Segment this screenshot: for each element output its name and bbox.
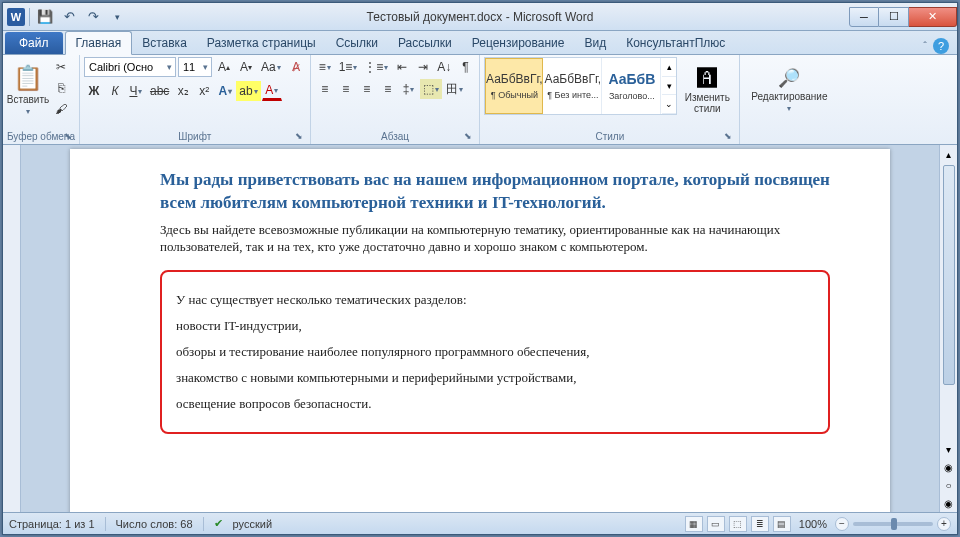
style-heading1[interactable]: АаБбВ Заголово... bbox=[603, 58, 661, 114]
strike-icon[interactable]: abc bbox=[147, 81, 172, 101]
document-scroll: Мы рады приветствовать вас на нашем инфо… bbox=[21, 145, 939, 512]
change-case-icon[interactable]: Aa▾ bbox=[258, 57, 284, 77]
minimize-ribbon-icon[interactable]: ˆ bbox=[923, 40, 927, 52]
copy-icon[interactable]: ⎘ bbox=[51, 78, 71, 98]
font-name-combo[interactable]: Calibri (Осно bbox=[84, 57, 176, 77]
zoom-slider[interactable] bbox=[853, 522, 933, 526]
change-styles-button[interactable]: 🅰 Изменить стили bbox=[679, 57, 735, 123]
window-controls: ─ ☐ ✕ bbox=[849, 7, 957, 27]
line-spacing-icon[interactable]: ‡▾ bbox=[399, 79, 419, 99]
show-marks-icon[interactable]: ¶ bbox=[455, 57, 475, 77]
italic-icon[interactable]: К bbox=[105, 81, 125, 101]
align-right-icon[interactable]: ≡ bbox=[357, 79, 377, 99]
box-line[interactable]: новости IT-индустрии, bbox=[176, 318, 814, 334]
web-layout-icon[interactable]: ⬚ bbox=[729, 516, 747, 532]
draft-icon[interactable]: ▤ bbox=[773, 516, 791, 532]
editing-button[interactable]: 🔎 Редактирование ▾ bbox=[744, 57, 834, 123]
underline-icon[interactable]: Ч▾ bbox=[126, 81, 146, 101]
format-painter-icon[interactable]: 🖌 bbox=[51, 99, 71, 119]
undo-icon[interactable]: ↶ bbox=[58, 6, 80, 28]
styles-launcher-icon[interactable]: ⬊ bbox=[722, 131, 734, 143]
status-page[interactable]: Страница: 1 из 1 bbox=[9, 518, 95, 530]
vertical-ruler[interactable] bbox=[3, 145, 21, 512]
justify-icon[interactable]: ≡ bbox=[378, 79, 398, 99]
subscript-icon[interactable]: x₂ bbox=[173, 81, 193, 101]
box-line[interactable]: обзоры и тестирование наиболее популярно… bbox=[176, 344, 814, 360]
tab-consultant[interactable]: КонсультантПлюс bbox=[616, 32, 735, 54]
tab-review[interactable]: Рецензирование bbox=[462, 32, 575, 54]
para-launcher-icon[interactable]: ⬊ bbox=[462, 131, 474, 143]
file-tab[interactable]: Файл bbox=[5, 32, 63, 54]
box-line[interactable]: У нас существует несколько тематических … bbox=[176, 292, 814, 308]
word-icon[interactable]: W bbox=[7, 8, 25, 26]
tab-mailings[interactable]: Рассылки bbox=[388, 32, 462, 54]
page[interactable]: Мы рады приветствовать вас на нашем инфо… bbox=[70, 149, 890, 512]
styles-more-icon[interactable]: ⌄ bbox=[662, 95, 676, 114]
box-line[interactable]: знакомство с новыми компьютерными и пери… bbox=[176, 370, 814, 386]
doc-paragraph[interactable]: Здесь вы найдете всевозможные публикации… bbox=[160, 221, 830, 256]
scroll-down-icon[interactable]: ▾ bbox=[940, 440, 957, 458]
help-icon[interactable]: ? bbox=[933, 38, 949, 54]
zoom-level[interactable]: 100% bbox=[799, 518, 827, 530]
font-size-combo[interactable]: 11 bbox=[178, 57, 212, 77]
shading-icon[interactable]: ⬚▾ bbox=[420, 79, 442, 99]
status-lang[interactable]: русский bbox=[233, 518, 272, 530]
style-normal[interactable]: АаБбВвГг, ¶ Обычный bbox=[485, 58, 543, 114]
prev-page-icon[interactable]: ◉ bbox=[940, 458, 957, 476]
bold-icon[interactable]: Ж bbox=[84, 81, 104, 101]
highlighted-box[interactable]: У нас существует несколько тематических … bbox=[160, 270, 830, 434]
clipboard-launcher-icon[interactable]: ⬊ bbox=[62, 131, 74, 143]
grow-font-icon[interactable]: A▴ bbox=[214, 57, 234, 77]
print-layout-icon[interactable]: ▦ bbox=[685, 516, 703, 532]
tab-page-layout[interactable]: Разметка страницы bbox=[197, 32, 326, 54]
tab-references[interactable]: Ссылки bbox=[326, 32, 388, 54]
styles-up-icon[interactable]: ▴ bbox=[662, 58, 676, 77]
status-words[interactable]: Число слов: 68 bbox=[116, 518, 193, 530]
titlebar: W 💾 ↶ ↷ ▾ Тестовый документ.docx - Micro… bbox=[3, 3, 957, 31]
scroll-up-icon[interactable]: ▴ bbox=[940, 145, 957, 163]
scroll-thumb[interactable] bbox=[943, 165, 955, 385]
align-center-icon[interactable]: ≡ bbox=[336, 79, 356, 99]
paste-button[interactable]: 📋 Вставить ▾ bbox=[7, 57, 49, 123]
tab-home[interactable]: Главная bbox=[65, 31, 133, 55]
next-page-icon[interactable]: ◉ bbox=[940, 494, 957, 512]
zoom-in-icon[interactable]: + bbox=[937, 517, 951, 531]
clear-format-icon[interactable]: A̷ bbox=[286, 57, 306, 77]
tab-insert[interactable]: Вставка bbox=[132, 32, 197, 54]
numbering-icon[interactable]: 1≡▾ bbox=[336, 57, 361, 77]
zoom-out-icon[interactable]: − bbox=[835, 517, 849, 531]
increase-indent-icon[interactable]: ⇥ bbox=[413, 57, 433, 77]
align-left-icon[interactable]: ≡ bbox=[315, 79, 335, 99]
decrease-indent-icon[interactable]: ⇤ bbox=[392, 57, 412, 77]
redo-icon[interactable]: ↷ bbox=[82, 6, 104, 28]
styles-scroll: ▴ ▾ ⌄ bbox=[662, 58, 676, 114]
proofing-icon[interactable]: ✔ bbox=[214, 517, 223, 530]
zoom-thumb[interactable] bbox=[891, 518, 897, 530]
borders-icon[interactable]: 田▾ bbox=[443, 79, 466, 99]
font-launcher-icon[interactable]: ⬊ bbox=[293, 131, 305, 143]
group-styles-label: Стили⬊ bbox=[484, 130, 735, 144]
sort-icon[interactable]: A↓ bbox=[434, 57, 454, 77]
browse-object-icon[interactable]: ○ bbox=[940, 476, 957, 494]
doc-heading[interactable]: Мы рады приветствовать вас на нашем инфо… bbox=[160, 169, 830, 215]
style-no-spacing[interactable]: АаБбВвГг, ¶ Без инте... bbox=[544, 58, 602, 114]
maximize-button[interactable]: ☐ bbox=[879, 7, 909, 27]
cut-icon[interactable]: ✂ bbox=[51, 57, 71, 77]
box-line[interactable]: освещение вопросов безопасности. bbox=[176, 396, 814, 412]
outline-icon[interactable]: ≣ bbox=[751, 516, 769, 532]
qat-customize-icon[interactable]: ▾ bbox=[106, 6, 128, 28]
shrink-font-icon[interactable]: A▾ bbox=[236, 57, 256, 77]
bullets-icon[interactable]: ≡▾ bbox=[315, 57, 335, 77]
highlight-icon[interactable]: ab▾ bbox=[236, 81, 260, 101]
styles-down-icon[interactable]: ▾ bbox=[662, 77, 676, 96]
vertical-scrollbar[interactable]: ▴ ▾ ◉ ○ ◉ bbox=[939, 145, 957, 512]
tab-view[interactable]: Вид bbox=[574, 32, 616, 54]
font-color-icon[interactable]: A▾ bbox=[262, 81, 282, 101]
multilevel-icon[interactable]: ⋮≡▾ bbox=[361, 57, 391, 77]
close-button[interactable]: ✕ bbox=[909, 7, 957, 27]
text-effects-icon[interactable]: A▾ bbox=[215, 81, 235, 101]
superscript-icon[interactable]: x² bbox=[194, 81, 214, 101]
minimize-button[interactable]: ─ bbox=[849, 7, 879, 27]
full-screen-icon[interactable]: ▭ bbox=[707, 516, 725, 532]
save-icon[interactable]: 💾 bbox=[34, 6, 56, 28]
